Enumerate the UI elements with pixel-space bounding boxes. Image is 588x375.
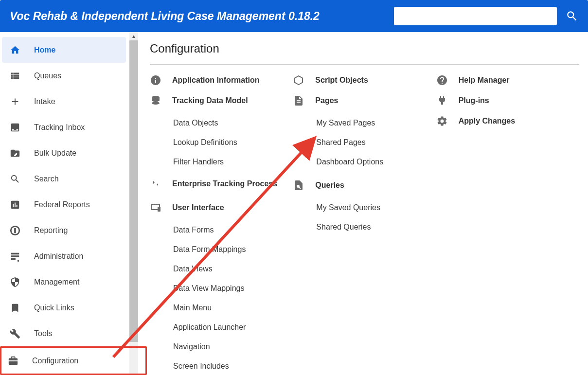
- config-data-forms[interactable]: Data Forms: [172, 220, 293, 240]
- config-data-view-mappings[interactable]: Data View Mappings: [172, 279, 293, 298]
- sidebar-item-label: Tools: [34, 329, 52, 338]
- app-title: Voc Rehab & Independent Living Case Mana…: [10, 10, 394, 23]
- config-filter-handlers[interactable]: Filter Handlers: [172, 152, 293, 172]
- sidebar-item-label: Reporting: [34, 226, 68, 235]
- search-icon: [10, 174, 23, 184]
- svg-point-2: [152, 99, 160, 102]
- config-apply-changes[interactable]: Apply Changes: [459, 114, 579, 128]
- sidebar: Home Queues Intake Tracking Inbox Bulk U…: [0, 32, 141, 375]
- config-tracking-data-model[interactable]: Tracking Data Model: [172, 94, 293, 107]
- sidebar-item-management[interactable]: Management: [2, 269, 126, 295]
- scrollbar-thumb[interactable]: [129, 40, 138, 342]
- config-shared-queries[interactable]: Shared Queries: [315, 217, 436, 237]
- sidebar-item-bulk-update[interactable]: Bulk Update: [2, 140, 126, 166]
- sidebar-item-label: Bulk Update: [34, 149, 76, 158]
- svg-point-3: [152, 102, 160, 105]
- sidebar-item-label: Search: [34, 175, 59, 183]
- queues-icon: [10, 71, 23, 81]
- config-screen-includes[interactable]: Screen Includes: [172, 357, 293, 375]
- edit-folder-icon: [10, 148, 23, 159]
- wrench-icon: [10, 328, 23, 339]
- main-content: Configuration Application Information Tr…: [141, 32, 588, 375]
- sidebar-item-search[interactable]: Search: [2, 166, 126, 192]
- sidebar-item-tracking-inbox[interactable]: Tracking Inbox: [2, 114, 126, 140]
- config-queries[interactable]: Queries: [315, 179, 436, 192]
- config-plugins[interactable]: Plug-ins: [459, 94, 579, 107]
- app-header: Voc Rehab & Independent Living Case Mana…: [0, 0, 588, 32]
- config-shared-pages[interactable]: Shared Pages: [315, 133, 436, 152]
- config-enterprise-tracking[interactable]: Enterprise Tracking Process: [172, 179, 293, 189]
- database-icon: [150, 94, 172, 107]
- gear-icon: [436, 114, 459, 127]
- config-user-interface[interactable]: User Interface: [172, 201, 293, 214]
- sidebar-item-reporting[interactable]: Reporting: [2, 217, 126, 243]
- config-lookup-definitions[interactable]: Lookup Definitions: [172, 133, 293, 152]
- sidebar-item-label: Home: [34, 46, 55, 54]
- search-icon[interactable]: [566, 10, 578, 22]
- config-application-launcher[interactable]: Application Launcher: [172, 318, 293, 337]
- server-icon: [10, 251, 23, 262]
- config-pages[interactable]: Pages: [315, 94, 436, 107]
- process-icon: [150, 179, 172, 191]
- sidebar-item-label: Configuration: [32, 357, 78, 365]
- config-dashboard-options[interactable]: Dashboard Options: [315, 152, 436, 172]
- sidebar-item-intake[interactable]: Intake: [2, 89, 126, 114]
- plus-icon: [10, 96, 23, 107]
- search-input[interactable]: [394, 7, 557, 25]
- home-icon: [10, 45, 23, 55]
- info-icon: [150, 73, 172, 86]
- scrollbar-up-arrow[interactable]: ▲: [129, 32, 138, 40]
- config-navigation[interactable]: Navigation: [172, 337, 293, 357]
- help-icon: [436, 73, 459, 86]
- sidebar-item-home[interactable]: Home: [2, 37, 126, 63]
- toolbox-icon: [8, 356, 21, 366]
- config-my-saved-queries[interactable]: My Saved Queries: [315, 198, 436, 217]
- config-my-saved-pages[interactable]: My Saved Pages: [315, 113, 436, 133]
- sidebar-item-label: Quick Links: [34, 304, 74, 312]
- chart-icon: [10, 199, 23, 210]
- sidebar-item-label: Management: [34, 278, 79, 286]
- reporting-icon: [10, 225, 23, 236]
- sidebar-item-label: Intake: [34, 97, 55, 106]
- config-main-menu[interactable]: Main Menu: [172, 298, 293, 318]
- sidebar-item-configuration[interactable]: Configuration: [0, 346, 147, 375]
- inbox-icon: [10, 122, 23, 133]
- sidebar-item-label: Tracking Inbox: [34, 123, 85, 132]
- svg-rect-4: [158, 207, 160, 212]
- shield-icon: [10, 277, 23, 287]
- sidebar-item-queues[interactable]: Queues: [2, 63, 126, 89]
- page-icon: [293, 94, 315, 107]
- config-script-objects[interactable]: Script Objects: [315, 73, 436, 87]
- config-app-info[interactable]: Application Information: [172, 73, 293, 87]
- sidebar-item-label: Federal Reports: [34, 200, 90, 209]
- sidebar-item-tools[interactable]: Tools: [2, 321, 126, 346]
- page-title: Configuration: [150, 42, 579, 65]
- sidebar-item-label: Queues: [34, 71, 61, 80]
- query-icon: [293, 179, 315, 191]
- cube-icon: [293, 73, 315, 86]
- config-data-form-mappings[interactable]: Data Form Mappings: [172, 240, 293, 259]
- plug-icon: [436, 94, 459, 107]
- sidebar-item-administration[interactable]: Administration: [2, 243, 126, 269]
- sidebar-item-federal-reports[interactable]: Federal Reports: [2, 192, 126, 217]
- config-help-manager[interactable]: Help Manager: [459, 73, 579, 87]
- scrollbar[interactable]: ▲: [129, 32, 138, 375]
- sidebar-item-label: Administration: [34, 252, 83, 261]
- config-data-objects[interactable]: Data Objects: [172, 113, 293, 133]
- bookmark-icon: [10, 303, 23, 313]
- devices-icon: [150, 201, 172, 214]
- sidebar-item-quick-links[interactable]: Quick Links: [2, 295, 126, 321]
- config-data-views[interactable]: Data Views: [172, 259, 293, 279]
